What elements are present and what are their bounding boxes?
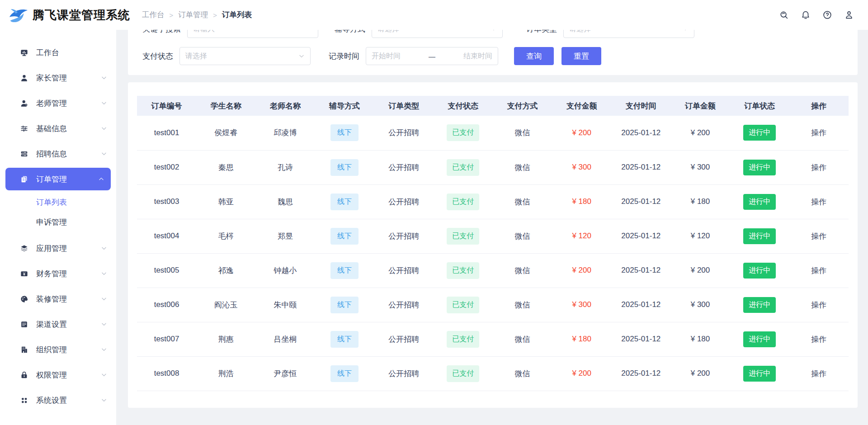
cell-pay-amount: ¥ 180 [552, 184, 611, 219]
sidebar-item-decoration[interactable]: 装修管理 [0, 286, 116, 312]
row-action[interactable]: 操作 [811, 163, 826, 172]
pay-amount-value: ¥ 200 [572, 128, 591, 137]
sidebar-subitem-order-list[interactable]: 订单列表 [0, 192, 116, 212]
cell-student: 荆惠 [196, 322, 255, 356]
user-avatar-icon[interactable] [844, 9, 854, 20]
reset-button[interactable]: 重置 [561, 47, 601, 65]
notification-bell-icon[interactable] [800, 9, 811, 20]
column-header: 订单状态 [730, 96, 789, 116]
order-status-badge: 进行中 [743, 125, 776, 141]
cell-id: test006 [137, 288, 196, 322]
pay-status-placeholder: 请选择 [185, 52, 207, 61]
cell-pay-status: 已支付 [434, 288, 493, 322]
cell-pay-amount: ¥ 200 [552, 356, 611, 391]
cell-id: test008 [137, 356, 196, 391]
cell-id: test004 [137, 219, 196, 253]
pay-amount-value: ¥ 120 [572, 231, 591, 240]
sidebar-item-channels[interactable]: 渠道设置 [0, 312, 116, 337]
cell-order-amount: ¥ 180 [670, 322, 730, 356]
search-icon[interactable] [778, 9, 789, 20]
row-action[interactable]: 操作 [811, 198, 826, 206]
row-action[interactable]: 操作 [811, 266, 826, 275]
cell-order-amount: ¥ 300 [670, 150, 730, 184]
cell-mode: 线下 [315, 356, 374, 391]
cell-pay-amount: ¥ 120 [552, 219, 611, 253]
breadcrumb-workbench[interactable]: 工作台 [142, 10, 165, 20]
cell-pay-amount: ¥ 300 [552, 150, 611, 184]
cell-student: 毛梣 [196, 219, 255, 253]
sidebar-item-teachers[interactable]: 老师管理 [0, 90, 116, 116]
column-header: 订单编号 [137, 96, 196, 116]
column-header: 支付时间 [611, 96, 670, 116]
cell-order-status: 进行中 [730, 150, 789, 184]
row-action[interactable]: 操作 [811, 232, 826, 241]
order-status-badge: 进行中 [743, 194, 776, 210]
cell-order-status: 进行中 [730, 184, 789, 219]
column-header: 支付状态 [434, 96, 493, 116]
sidebar-subitem-appeals[interactable]: 申诉管理 [0, 212, 116, 232]
table-row: test006阎沁玉朱中颐线下公开招聘已支付微信¥ 3002025-01-12¥… [137, 288, 849, 322]
pay-amount-value: ¥ 300 [572, 163, 591, 171]
cell-type: 公开招聘 [374, 288, 434, 322]
chevron-up-icon [98, 176, 104, 182]
sidebar: 工作台家长管理老师管理基础信息招聘信息订单管理订单列表申诉管理应用管理财务管理装… [0, 30, 116, 425]
table-header-row: 订单编号学生名称老师名称辅导方式订单类型支付状态支付方式支付金额支付时间订单金额… [137, 96, 849, 116]
sidebar-item-label: 组织管理 [36, 345, 67, 355]
cell-teacher: 孔诗 [255, 150, 315, 184]
chevron-down-icon [101, 75, 107, 81]
record-time-range-picker[interactable]: 开始时间 — 结束时间 [366, 47, 498, 65]
sidebar-item-workbench[interactable]: 工作台 [0, 40, 116, 65]
row-action[interactable]: 操作 [811, 301, 826, 309]
sidebar-item-label: 应用管理 [36, 243, 67, 254]
cell-teacher: 钟越小 [255, 253, 315, 288]
row-action[interactable]: 操作 [811, 128, 826, 137]
cell-student: 侯煜睿 [196, 116, 255, 150]
cell-pay-amount: ¥ 300 [552, 288, 611, 322]
column-header: 辅导方式 [315, 96, 374, 116]
sidebar-item-organization[interactable]: 组织管理 [0, 337, 116, 362]
cell-type: 公开招聘 [374, 150, 434, 184]
column-header: 操作 [789, 96, 849, 116]
sidebar-item-recruit-info[interactable]: 招聘信息 [0, 141, 116, 166]
sidebar-item-basic-info[interactable]: 基础信息 [0, 116, 116, 141]
breadcrumb-order-list: 订单列表 [222, 10, 252, 20]
breadcrumb-separator: > [170, 11, 174, 19]
pay-status-select[interactable]: 请选择 [179, 47, 311, 65]
query-button[interactable]: 查询 [514, 47, 554, 65]
sidebar-item-apps[interactable]: 应用管理 [0, 236, 116, 261]
cell-id: test007 [137, 322, 196, 356]
top-header: 腾飞课堂管理系统 工作台 > 订单管理 > 订单列表 [0, 0, 868, 30]
breadcrumb-order-management[interactable]: 订单管理 [178, 10, 208, 20]
column-header: 支付方式 [493, 96, 552, 116]
sidebar-item-permissions[interactable]: 权限管理 [0, 362, 116, 387]
sidebar-nav: 工作台家长管理老师管理基础信息招聘信息订单管理订单列表申诉管理应用管理财务管理装… [0, 40, 116, 413]
mode-badge: 线下 [330, 194, 359, 210]
sidebar-item-label: 招聘信息 [36, 149, 67, 159]
row-action[interactable]: 操作 [811, 369, 826, 378]
sidebar-item-parents[interactable]: 家长管理 [0, 65, 116, 90]
cell-mode: 线下 [315, 219, 374, 253]
sidebar-item-orders[interactable]: 订单管理 [5, 168, 111, 190]
wallet-icon [20, 269, 28, 278]
sidebar-item-finance[interactable]: 财务管理 [0, 261, 116, 286]
cell-pay-time: 2025-01-12 [611, 184, 670, 219]
cell-mode: 线下 [315, 288, 374, 322]
cell-mode: 线下 [315, 184, 374, 219]
help-icon[interactable] [822, 9, 833, 20]
column-header: 支付金额 [552, 96, 611, 116]
start-time-placeholder: 开始时间 [372, 52, 401, 61]
cell-pay-method: 微信 [493, 219, 552, 253]
column-header: 学生名称 [196, 96, 255, 116]
sidebar-item-system[interactable]: 系统设置 [0, 387, 116, 413]
pay-amount-value: ¥ 180 [572, 335, 591, 343]
document-icon [20, 175, 28, 184]
order-status-badge: 进行中 [743, 331, 776, 347]
column-header: 订单金额 [670, 96, 730, 116]
row-action[interactable]: 操作 [811, 335, 826, 344]
cell-teacher: 郑昱 [255, 219, 315, 253]
cell-order-status: 进行中 [730, 219, 789, 253]
chevron-down-icon [101, 372, 107, 378]
cell-pay-status: 已支付 [434, 322, 493, 356]
record-time-label: 记录时间 [329, 51, 359, 61]
cell-action: 操作 [789, 253, 849, 288]
